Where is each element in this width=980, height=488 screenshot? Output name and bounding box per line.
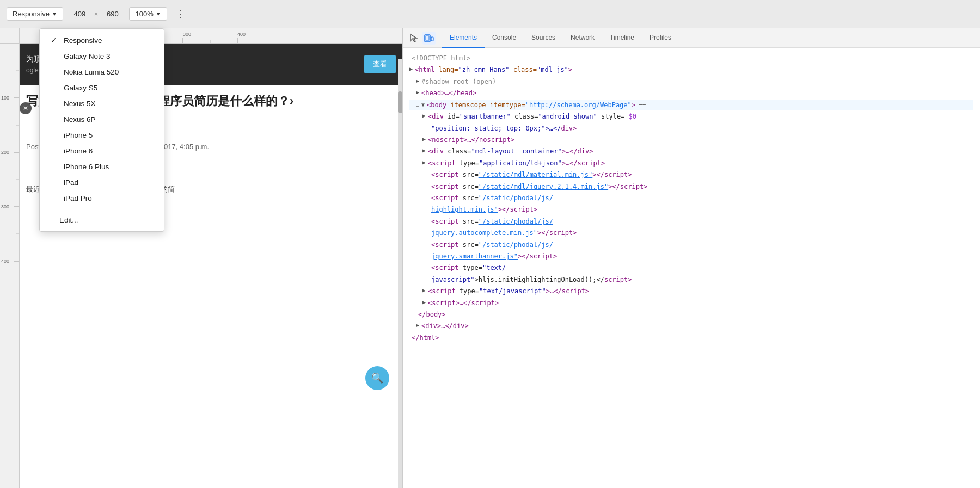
expand-arrow[interactable] xyxy=(416,88,419,97)
expand-dot: … xyxy=(416,100,419,109)
code-text: <script type="application/ld+json">…</sc… xyxy=(428,158,605,169)
menu-item-ipad-pro[interactable]: iPad Pro xyxy=(40,190,164,206)
code-text: #shadow-root (open) xyxy=(421,76,496,87)
svg-text:400: 400 xyxy=(237,32,246,37)
menu-item-ipad[interactable]: iPad xyxy=(40,175,164,190)
expand-arrow[interactable] xyxy=(422,158,426,167)
code-div-smartbanner-style: "position: static; top: 0px;">…</div> xyxy=(409,123,973,134)
code-noscript[interactable]: <noscript>…</noscript> xyxy=(409,134,973,145)
code-script-textjs-1: <script type="text/ xyxy=(409,262,973,273)
svg-text:100: 100 xyxy=(1,95,9,101)
code-text: highlight.min.js"></script> xyxy=(431,204,537,215)
code-script-empty[interactable]: <script>…</script> xyxy=(409,298,973,308)
devtools-tab-bar: Elements Console Sources Network Timelin… xyxy=(403,28,980,48)
menu-item-label: iPad xyxy=(64,178,78,187)
code-text: <!DOCTYPE html> xyxy=(412,53,470,64)
search-icon: 🔍 xyxy=(371,372,383,384)
check-icon: ✓ xyxy=(51,36,59,45)
tab-profiles[interactable]: Profiles xyxy=(642,28,679,48)
menu-item-nexus-5x[interactable]: Nexus 5X xyxy=(40,96,164,112)
code-script-ldjson[interactable]: <script type="application/ld+json">…</sc… xyxy=(409,158,973,169)
menu-item-label: Galaxy S5 xyxy=(64,84,97,92)
menu-item-label: Galaxy Note 3 xyxy=(64,52,111,60)
responsive-dropdown-btn[interactable]: Responsive ▼ xyxy=(7,7,63,21)
code-script-textjs-2: javascript">hljs.initHighlightingOnLoad(… xyxy=(409,274,973,285)
toolbar-left: Responsive ▼ × 100% ▼ ⋮ xyxy=(7,6,973,22)
scroll-thumb xyxy=(398,91,402,113)
code-html-open[interactable]: <html lang="zh-cmn-Hans" class="mdl-js"> xyxy=(409,64,973,75)
menu-item-label: Nokia Lumia 520 xyxy=(64,68,119,76)
code-text: <div class="mdl-layout__container">…</di… xyxy=(428,146,593,157)
menu-item-iphone-6-plus[interactable]: iPhone 6 Plus xyxy=(40,159,164,175)
device-emulation-btn[interactable] xyxy=(422,32,436,45)
height-input[interactable] xyxy=(100,10,125,18)
svg-text:300: 300 xyxy=(183,32,191,37)
svg-text:200: 200 xyxy=(1,150,9,155)
menu-item-galaxy-note3[interactable]: Galaxy Note 3 xyxy=(40,48,164,64)
code-div-empty[interactable]: <div>…</div> xyxy=(409,320,973,331)
devtools-elements-content[interactable]: <!DOCTYPE html> <html lang="zh-cmn-Hans"… xyxy=(403,48,980,488)
menu-item-nokia-lumia-520[interactable]: Nokia Lumia 520 xyxy=(40,64,164,80)
tab-sources[interactable]: Sources xyxy=(524,28,563,48)
code-text: <script src="/static/mdl/jquery.2.1.4.mi… xyxy=(431,181,647,192)
menu-item-label: Nexus 5X xyxy=(64,100,96,108)
code-text: <html lang="zh-cmn-Hans" class="mdl-js"> xyxy=(415,64,572,75)
menu-item-label: Responsive xyxy=(64,36,102,45)
expand-arrow[interactable] xyxy=(416,320,419,330)
code-text: <body itemscope itemtype="http://schema.… xyxy=(427,100,646,111)
scrollbar[interactable] xyxy=(398,59,402,488)
ruler-vertical: 100 200 300 400 xyxy=(0,44,20,488)
code-body-open[interactable]: … <body itemscope itemtype="http://schem… xyxy=(409,100,973,111)
menu-item-responsive[interactable]: ✓ Responsive xyxy=(40,32,164,48)
code-script-textjavascript[interactable]: <script type="text/javascript">…</script… xyxy=(409,286,973,296)
code-text: <noscript>…</noscript> xyxy=(428,134,514,145)
code-text: "position: static; top: 0px;">…</div> xyxy=(431,123,577,134)
code-text: <div>…</div> xyxy=(421,320,469,331)
menu-item-galaxy-s5[interactable]: Galaxy S5 xyxy=(40,80,164,96)
code-text: javascript">hljs.initHighlightingOnLoad(… xyxy=(431,274,632,285)
code-html-close: </html> xyxy=(409,332,973,343)
code-text: <script src="/static/phodal/js/ xyxy=(431,216,553,227)
code-text: <script type="text/ xyxy=(431,262,506,273)
expand-arrow[interactable] xyxy=(422,298,426,307)
tab-elements[interactable]: Elements xyxy=(442,28,485,48)
width-input[interactable] xyxy=(68,10,92,18)
close-viewport-btn[interactable]: ✕ xyxy=(20,102,32,114)
menu-item-iphone-6[interactable]: iPhone 6 xyxy=(40,143,164,159)
expand-arrow[interactable] xyxy=(421,100,425,109)
expand-arrow[interactable] xyxy=(422,286,426,295)
code-div-mdl-layout[interactable]: <div class="mdl-layout__container">…</di… xyxy=(409,146,973,157)
page-view-btn[interactable]: 查看 xyxy=(364,55,396,73)
tab-timeline[interactable]: Timeline xyxy=(602,28,642,48)
expand-arrow[interactable] xyxy=(422,146,426,155)
menu-divider xyxy=(40,209,164,209)
tab-console[interactable]: Console xyxy=(485,28,524,48)
code-div-smartbanner[interactable]: <div id="smartbanner" class="android sho… xyxy=(409,111,973,122)
menu-item-iphone-5[interactable]: iPhone 5 xyxy=(40,127,164,143)
code-text: jquery.smartbanner.js"></script> xyxy=(431,251,557,262)
fab-search-btn[interactable]: 🔍 xyxy=(365,366,389,390)
menu-item-nexus-6p[interactable]: Nexus 6P xyxy=(40,112,164,127)
code-head[interactable]: <head>…</head> xyxy=(409,88,973,98)
code-text: <script src="/static/phodal/js/ xyxy=(431,193,553,203)
menu-edit-btn[interactable]: Edit... xyxy=(40,212,164,228)
more-options-btn[interactable]: ⋮ xyxy=(171,6,190,22)
zoom-dropdown-btn[interactable]: 100% ▼ xyxy=(129,7,167,21)
zoom-arrow-icon: ▼ xyxy=(156,11,161,17)
expand-arrow[interactable] xyxy=(422,134,426,144)
cursor-tool-btn[interactable] xyxy=(407,32,420,45)
tab-network[interactable]: Network xyxy=(563,28,602,48)
menu-item-label: iPhone 6 xyxy=(64,147,93,155)
expand-arrow[interactable] xyxy=(409,64,413,73)
devtools-toolbar: Responsive ▼ × 100% ▼ ⋮ xyxy=(0,0,980,28)
close-icon: ✕ xyxy=(23,104,28,112)
expand-arrow[interactable] xyxy=(416,76,419,85)
code-text: <script>…</script> xyxy=(428,298,499,308)
code-shadow-root[interactable]: #shadow-root (open) xyxy=(409,76,973,87)
expand-arrow[interactable] xyxy=(422,111,426,120)
code-doctype: <!DOCTYPE html> xyxy=(409,53,973,64)
menu-item-label: iPad Pro xyxy=(64,194,92,202)
svg-rect-26 xyxy=(431,37,433,41)
code-script-autocomplete-2: jquery.autocomplete.min.js"></script> xyxy=(409,227,973,238)
zoom-label: 100% xyxy=(135,10,153,18)
